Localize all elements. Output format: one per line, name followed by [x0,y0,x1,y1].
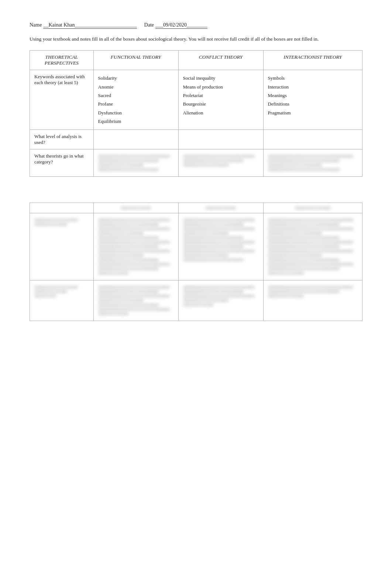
second-col-3 [263,203,362,213]
second-col-1 [93,203,178,213]
functional-keyword-4: Profane [98,100,174,108]
second-row-2-col3 [263,280,362,321]
second-row-2-col3-content [268,286,358,297]
interactionist-theorists-content [268,155,358,171]
name-field: Name __Kainat Khan______________________… [30,22,137,29]
interactionist-keyword-5: Pragmatism [268,108,358,117]
second-header-2-blurred [183,207,259,209]
conflict-keyword-1: Social inequality [183,74,259,82]
second-header-3-blurred [268,207,358,209]
functional-keyword-3: Sacred [98,91,174,100]
second-table-header [30,203,362,213]
functional-keyword-5: Dysfunction [98,108,174,117]
second-row-1-col1 [93,213,178,280]
interactionist-keyword-2: Interaction [268,83,358,91]
second-row-1-col2 [178,213,263,280]
col-header-functional: FUNCTIONAL THEORY [93,51,178,70]
functional-theorists-cell [93,149,178,176]
functional-keywords-cell: Solidarity Anomie Sacred Profane Dysfunc… [93,70,178,130]
second-row-2-label [30,280,94,321]
conflict-keyword-2: Means of production [183,83,259,91]
conflict-keywords-list: Social inequality Means of production Pr… [183,74,259,117]
second-row-1-col1-content [98,219,174,275]
second-row-1-col3-content [268,219,358,275]
second-table-row-2 [30,280,362,321]
second-table-row-1 [30,213,362,280]
name-value: __Kainat Khan________________________ [43,22,137,29]
second-col-2 [178,203,263,213]
main-table: THEORETICAL PERSPECTIVES FUNCTIONAL THEO… [30,50,362,176]
second-header-1-blurred [98,207,174,209]
functional-keywords-list: Solidarity Anomie Sacred Profane Dysfunc… [98,74,174,125]
analysis-row-label: What level of analysis is used? [30,130,94,149]
table-header-row: THEORETICAL PERSPECTIVES FUNCTIONAL THEO… [30,51,362,70]
interactionist-keyword-1: Symbols [268,74,358,82]
second-row-1-col2-content [183,219,259,261]
conflict-keyword-4: Bourgeoisie [183,100,259,108]
interactionist-keyword-4: Definitions [268,100,358,108]
functional-keyword-1: Solidarity [98,74,174,82]
interactionist-analysis-cell [263,130,362,149]
col-header-conflict: CONFLICT THEORY [178,51,263,70]
col-header-perspectives: THEORETICAL PERSPECTIVES [30,51,94,70]
second-row-label-blurred [34,219,89,226]
keywords-row-label: Keywords associated with each theory (at… [30,70,94,130]
functional-analysis-cell [93,130,178,149]
conflict-keyword-3: Proletariat [183,91,259,100]
second-row-2-col1-content [98,286,174,315]
interactionist-keywords-cell: Symbols Interaction Meanings Definitions… [263,70,362,130]
second-row-1-label [30,213,94,280]
interactionist-theorists-cell [263,149,362,176]
table-row-theorists: What theorists go in what category? [30,149,362,176]
table-row-keywords: Keywords associated with each theory (at… [30,70,362,130]
second-row-2-label-blurred [34,286,89,297]
functional-keyword-6: Equilibrium [98,117,174,125]
date-label: Date [144,22,154,28]
conflict-analysis-cell [178,130,263,149]
functional-theorists-content [98,155,174,171]
second-row-1-col3 [263,213,362,280]
functional-keyword-2: Anomie [98,83,174,91]
instructions: Using your textbook and notes fill in al… [30,35,362,43]
header: Name __Kainat Khan______________________… [30,22,362,29]
second-row-2-col2-content [183,286,259,306]
col-header-interactionist: INTERACTIONIST THEORY [263,51,362,70]
conflict-theorists-content [183,155,259,166]
table-row-analysis: What level of analysis is used? [30,130,362,149]
second-row-2-col1 [93,280,178,321]
conflict-keywords-cell: Social inequality Means of production Pr… [178,70,263,130]
date-value: ___09/02/2020________ [155,22,207,29]
theorists-row-label: What theorists go in what category? [30,149,94,176]
second-table [30,203,362,321]
interactionist-keyword-3: Meanings [268,91,358,100]
date-field: Date ___09/02/2020________ [144,22,207,29]
section-gap [30,192,362,203]
conflict-theorists-cell [178,149,263,176]
interactionist-keywords-list: Symbols Interaction Meanings Definitions… [268,74,358,117]
second-col-perspectives [30,203,94,213]
name-label: Name [30,22,42,28]
second-row-2-col2 [178,280,263,321]
conflict-keyword-5: Alienation [183,108,259,117]
